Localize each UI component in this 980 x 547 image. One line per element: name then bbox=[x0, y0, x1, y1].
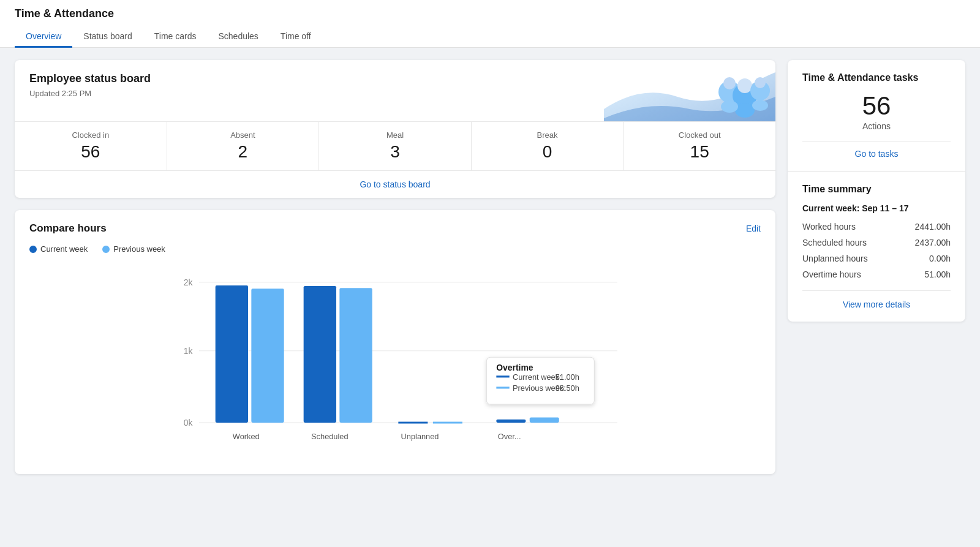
metric-clocked-out-label: Clocked out bbox=[628, 130, 771, 140]
metric-break: Break 0 bbox=[472, 122, 624, 170]
summary-unplanned-row: Unplanned hours 0.00h bbox=[802, 254, 951, 263]
chart-area: 2k 1k 0k Worked bbox=[29, 266, 761, 462]
tasks-footer: Go to tasks bbox=[802, 141, 951, 159]
compare-title: Compare hours bbox=[29, 222, 107, 235]
tasks-count: 56 bbox=[802, 93, 951, 119]
tasks-count-label: Actions bbox=[802, 121, 951, 131]
svg-rect-29 bbox=[496, 375, 509, 377]
main-layout: Employee status board Updated 2:25 PM Cl… bbox=[0, 48, 980, 540]
svg-text:0k: 0k bbox=[184, 418, 193, 428]
tab-status-board[interactable]: Status board bbox=[72, 26, 143, 48]
svg-rect-18 bbox=[304, 286, 336, 423]
svg-rect-16 bbox=[251, 289, 284, 423]
tasks-card: Time & Attendance tasks 56 Actions Go to… bbox=[788, 60, 965, 172]
tab-time-cards[interactable]: Time cards bbox=[143, 26, 208, 48]
metric-absent: Absent 2 bbox=[167, 122, 320, 170]
metric-clocked-out: Clocked out 15 bbox=[624, 122, 775, 170]
status-board-header: Employee status board Updated 2:25 PM bbox=[15, 60, 775, 121]
legend-previous-label: Previous week bbox=[113, 244, 165, 254]
summary-worked-label: Worked hours bbox=[802, 222, 856, 232]
status-board-updated: Updated 2:25 PM bbox=[29, 89, 761, 98]
metric-meal-value: 3 bbox=[324, 142, 466, 162]
svg-rect-24 bbox=[496, 420, 526, 423]
app-header: Time & Attendance Overview Status board … bbox=[0, 0, 980, 48]
metric-clocked-in-value: 56 bbox=[20, 142, 162, 162]
svg-text:1k: 1k bbox=[184, 346, 193, 356]
legend-current-dot bbox=[29, 246, 37, 253]
svg-text:Unplanned: Unplanned bbox=[401, 432, 439, 441]
go-to-status-board-link[interactable]: Go to status board bbox=[360, 179, 430, 189]
summary-unplanned-value: 0.00h bbox=[929, 254, 951, 263]
compare-header: Compare hours Edit bbox=[29, 222, 761, 235]
summary-scheduled-row: Scheduled hours 2437.00h bbox=[802, 238, 951, 247]
svg-text:Scheduled: Scheduled bbox=[311, 432, 348, 441]
status-metrics: Clocked in 56 Absent 2 Meal 3 Break 0 Cl… bbox=[15, 121, 775, 170]
time-summary-card: Time summary Current week: Sep 11 – 17 W… bbox=[788, 172, 965, 322]
svg-point-7 bbox=[721, 100, 738, 113]
metric-meal: Meal 3 bbox=[319, 122, 472, 170]
go-to-tasks-link[interactable]: Go to tasks bbox=[855, 149, 899, 159]
compare-chart: 2k 1k 0k Worked bbox=[29, 266, 761, 462]
svg-text:96.50h: 96.50h bbox=[556, 383, 579, 393]
edit-button[interactable]: Edit bbox=[746, 224, 761, 233]
summary-worked-value: 2441.00h bbox=[915, 222, 951, 232]
svg-text:Overtime: Overtime bbox=[496, 363, 533, 372]
svg-text:51.00h: 51.00h bbox=[556, 372, 579, 382]
metric-break-value: 0 bbox=[477, 142, 619, 162]
legend-current-label: Current week bbox=[40, 244, 88, 254]
tab-overview[interactable]: Overview bbox=[15, 26, 72, 48]
metric-break-label: Break bbox=[477, 130, 619, 140]
nav-tabs: Overview Status board Time cards Schedul… bbox=[15, 26, 965, 47]
summary-overtime-value: 51.00h bbox=[924, 270, 951, 279]
right-panel: Time & Attendance tasks 56 Actions Go to… bbox=[788, 60, 965, 527]
view-more-details-link[interactable]: View more details bbox=[843, 300, 910, 309]
summary-unplanned-label: Unplanned hours bbox=[802, 254, 868, 263]
svg-text:2k: 2k bbox=[184, 277, 193, 287]
svg-point-8 bbox=[752, 100, 768, 111]
metric-meal-label: Meal bbox=[324, 130, 466, 140]
chart-legend: Current week Previous week bbox=[29, 244, 761, 254]
tab-time-off[interactable]: Time off bbox=[270, 26, 322, 48]
metric-absent-label: Absent bbox=[172, 130, 314, 140]
svg-rect-15 bbox=[216, 285, 248, 423]
summary-overtime-label: Overtime hours bbox=[802, 270, 861, 279]
legend-current: Current week bbox=[29, 244, 88, 254]
svg-rect-25 bbox=[530, 417, 559, 423]
summary-overtime-row: Overtime hours 51.00h bbox=[802, 270, 951, 279]
summary-footer: View more details bbox=[802, 290, 951, 309]
legend-previous: Previous week bbox=[102, 244, 165, 254]
summary-scheduled-label: Scheduled hours bbox=[802, 238, 867, 247]
left-panel: Employee status board Updated 2:25 PM Cl… bbox=[15, 60, 775, 527]
tab-schedules[interactable]: Schedules bbox=[207, 26, 269, 48]
svg-rect-32 bbox=[496, 387, 509, 388]
status-board-title: Employee status board bbox=[29, 72, 761, 85]
svg-rect-19 bbox=[339, 288, 372, 423]
status-board-card: Employee status board Updated 2:25 PM Cl… bbox=[15, 60, 775, 198]
compare-hours-card: Compare hours Edit Current week Previous… bbox=[15, 210, 775, 474]
svg-text:Over...: Over... bbox=[498, 432, 521, 441]
status-board-footer: Go to status board bbox=[15, 170, 775, 198]
time-summary-title: Time summary bbox=[802, 184, 951, 195]
legend-previous-dot bbox=[102, 246, 110, 253]
week-label: Current week: Sep 11 – 17 bbox=[802, 203, 951, 213]
metric-clocked-in-label: Clocked in bbox=[20, 130, 162, 140]
app-title: Time & Attendance bbox=[15, 7, 965, 20]
svg-text:Worked: Worked bbox=[233, 432, 260, 441]
summary-scheduled-value: 2437.00h bbox=[915, 238, 951, 247]
metric-clocked-out-value: 15 bbox=[628, 142, 771, 162]
svg-point-6 bbox=[735, 103, 755, 118]
metric-absent-value: 2 bbox=[172, 142, 314, 162]
metric-clocked-in: Clocked in 56 bbox=[15, 122, 167, 170]
svg-text:Current week:: Current week: bbox=[513, 372, 562, 382]
summary-worked-row: Worked hours 2441.00h bbox=[802, 222, 951, 232]
tasks-title: Time & Attendance tasks bbox=[802, 72, 951, 83]
